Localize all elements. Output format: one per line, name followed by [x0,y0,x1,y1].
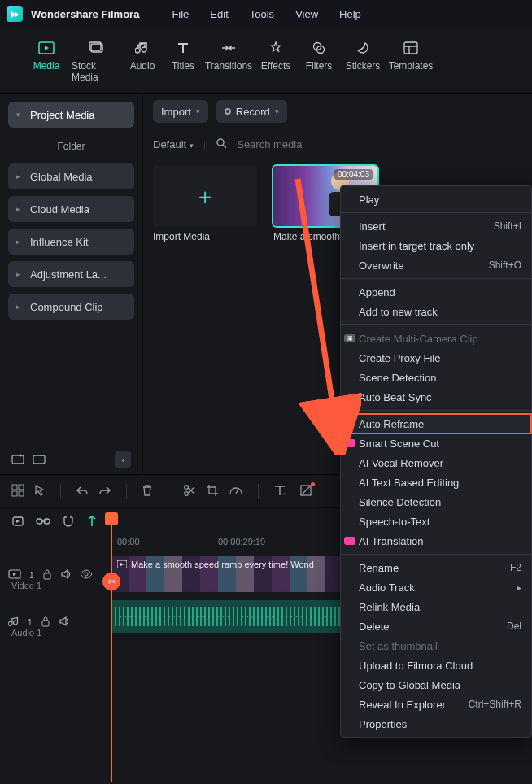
svg-point-21 [85,573,88,576]
ctx-add-new-track[interactable]: Add to new track [341,302,531,321]
stickers-icon [355,39,370,57]
ctx-play[interactable]: Play [341,189,531,209]
svg-rect-7 [33,455,45,464]
tab-transitions[interactable]: Transitions [203,34,254,93]
mute-icon[interactable] [60,569,72,581]
undo-icon[interactable] [76,485,89,499]
tab-effects[interactable]: Effects [254,34,298,93]
effects-icon [268,39,283,57]
marker-icon[interactable] [86,515,98,530]
visible-icon[interactable] [80,569,93,581]
text-icon[interactable] [273,484,286,499]
title-bar: Wondershare Filmora File Edit Tools View… [0,0,532,28]
sidebar-item-adjustment-layer[interactable]: ▸Adjustment La... [8,261,134,287]
new-bin-icon[interactable] [11,453,24,467]
menu-file[interactable]: File [172,8,189,20]
delete-icon[interactable] [142,484,153,499]
playhead-handle-icon[interactable] [105,512,118,525]
layout-icon[interactable] [11,484,24,499]
ctx-audio-track[interactable]: Audio Track▸ [341,577,531,597]
menu-view[interactable]: View [295,8,318,20]
ctx-ai-text-editing[interactable]: AI Text Based Editing [341,473,531,492]
tab-media[interactable]: Media [21,34,72,93]
ctx-proxy[interactable]: Create Proxy File [341,348,531,368]
menu-help[interactable]: Help [339,8,361,20]
tab-audio[interactable]: Audio [122,34,163,93]
context-menu: Play InsertShift+I Insert in target trac… [340,185,532,738]
ctx-ai-vocal-remover[interactable]: AI Vocal Remover [341,453,531,473]
audio-icon [135,39,150,57]
sidebar-item-influence-kit[interactable]: ▸Influence Kit [8,229,134,255]
tab-filters[interactable]: Filters [298,34,340,93]
track-header-video[interactable]: 1 Video 1 [0,553,107,597]
svg-rect-5 [404,42,417,54]
ctx-insert[interactable]: InsertShift+I [341,216,531,236]
adjust-icon[interactable] [299,484,312,499]
ctx-silence-detection[interactable]: Silence Detection [341,492,531,512]
sidebar-item-global-media[interactable]: ▸Global Media [8,163,134,189]
speed-icon[interactable] [229,485,243,499]
ctx-copy-global[interactable]: Copy to Global Media [341,675,531,695]
new-badge-icon [344,537,355,545]
ctx-reveal-explorer[interactable]: Reveal In ExplorerCtrl+Shift+R [341,695,531,714]
lock-icon[interactable] [41,616,50,629]
titles-icon [176,39,190,57]
snap-icon[interactable] [62,516,75,529]
ctx-speech-to-text[interactable]: Speech-to-Text [341,512,531,531]
ctx-overwrite[interactable]: OverwriteShift+O [341,255,531,275]
ctx-rename[interactable]: RenameF2 [341,558,531,577]
import-dropdown[interactable]: Import▾ [153,100,208,123]
sidebar-item-project-media[interactable]: ▾Project Media [8,102,134,128]
menu-edit[interactable]: Edit [210,8,228,20]
link-icon[interactable] [36,516,50,529]
side-panel: ▾Project Media Folder ▸Global Media ▸Clo… [0,94,143,474]
crop-icon[interactable] [206,484,219,499]
sidebar-item-cloud-media[interactable]: ▸Cloud Media [8,196,134,222]
svg-rect-11 [12,491,17,496]
ctx-upload-cloud[interactable]: Upload to Filmora Cloud [341,656,531,675]
marker-in-icon[interactable] [11,516,24,529]
delete-bin-icon[interactable] [33,453,46,467]
mute-icon[interactable] [59,616,70,628]
audio-clip[interactable] [111,600,379,633]
lock-icon[interactable] [42,568,52,581]
tab-titles[interactable]: Titles [163,34,203,93]
svg-rect-9 [12,485,17,490]
ctx-multicam: ▣Create Multi-Camera Clip [341,329,531,348]
svg-rect-12 [19,491,24,496]
video-clip[interactable]: Make a smooth speed ramp every time! Won… [111,556,379,592]
ctx-scene-detection[interactable]: Scene Detection [341,368,531,387]
ctx-relink-media[interactable]: Relink Media [341,597,531,616]
ctx-delete[interactable]: DeleteDel [341,616,531,636]
playhead[interactable]: ✂ [111,514,112,782]
tab-stock-media[interactable]: Stock Media [72,34,122,93]
sidebar-item-compound-clip[interactable]: ▸Compound Clip [8,294,134,320]
ctx-insert-target[interactable]: Insert in target track only [341,236,531,255]
ctx-auto-reframe[interactable]: Auto Reframe [341,414,531,433]
ctx-auto-beat-sync[interactable]: Auto Beat Sync [341,387,531,407]
record-dropdown[interactable]: Record▾ [216,100,287,123]
tab-stickers[interactable]: Stickers [340,34,386,93]
ctx-ai-translation[interactable]: AI Translation [341,531,531,551]
playhead-split-icon[interactable]: ✂ [102,573,120,590]
side-collapse-button[interactable]: ‹ [115,451,131,468]
tab-templates[interactable]: Templates [386,34,436,93]
ctx-smart-scene-cut[interactable]: Smart Scene Cut [341,433,531,453]
track-header-audio[interactable]: 1 Audio 1 [0,600,107,644]
clip-label: Make a smooth speed ramp every time! Won… [117,560,314,569]
cursor-icon[interactable] [34,484,46,499]
new-badge-icon [344,439,355,447]
ctx-properties[interactable]: Properties [341,714,531,734]
sort-dropdown[interactable]: Default ▾ [153,138,194,150]
sidebar-folder-row[interactable]: Folder [8,134,134,159]
redo-icon[interactable] [98,485,111,499]
search-input[interactable] [237,138,522,150]
clip-duration: 00:04:03 [334,169,373,180]
import-media-tile[interactable]: ＋ Import Media [153,166,257,242]
menu-bar: File Edit Tools View Help [172,8,360,20]
ctx-append[interactable]: Append [341,282,531,302]
menu-tools[interactable]: Tools [250,8,274,20]
split-icon[interactable] [183,484,196,499]
svg-point-8 [217,139,224,146]
svg-rect-6 [12,455,24,464]
